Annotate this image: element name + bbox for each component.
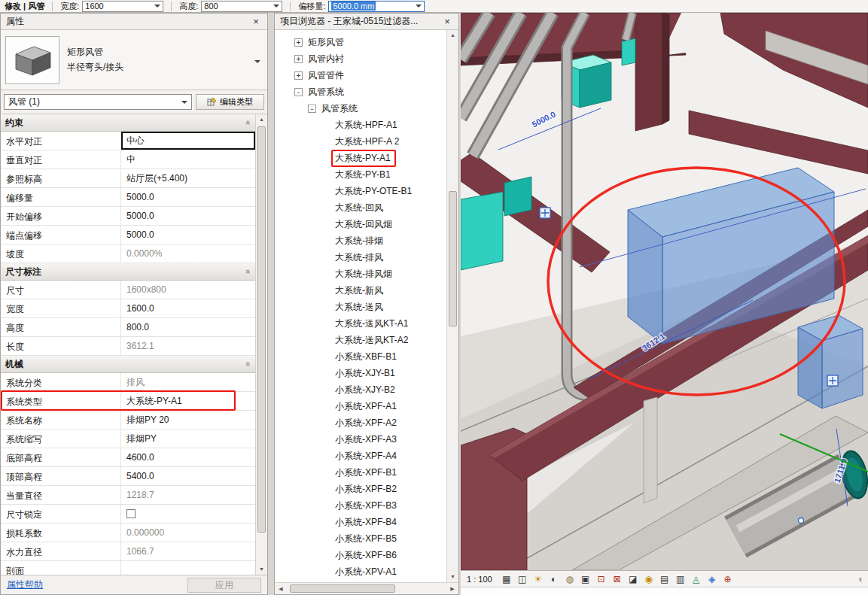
tree-item-label[interactable]: 小系统-XPF-B1 bbox=[333, 466, 398, 480]
expand-icon[interactable]: + bbox=[294, 71, 303, 80]
property-value[interactable]: 4600.0 bbox=[121, 448, 255, 466]
tree-item-label[interactable]: 小系统-XPF-A1 bbox=[333, 399, 398, 414]
tree-item[interactable]: +风管内衬 bbox=[275, 50, 446, 67]
section-header[interactable]: 约束« bbox=[1, 114, 255, 132]
tree-item[interactable]: 小系统-XPF-A2 bbox=[275, 414, 446, 431]
tree-item[interactable]: 大系统-HPF-A 2 bbox=[275, 133, 446, 150]
tree-item[interactable]: 大系统-PY-B1 bbox=[275, 166, 446, 183]
tree-item-label[interactable]: 大系统-回风烟 bbox=[333, 217, 394, 232]
tree-item[interactable]: 小系统-XPF-B6 bbox=[275, 547, 446, 563]
scroll-right-icon[interactable]: ▶ bbox=[446, 586, 458, 592]
tree-item-label[interactable]: 大系统-送风KT-A2 bbox=[333, 333, 410, 348]
scroll-down-icon[interactable]: ▼ bbox=[259, 564, 264, 575]
tree-item[interactable]: 大系统-送风 bbox=[275, 299, 446, 315]
tree-item[interactable]: 小系统-XPF-B5 bbox=[275, 530, 446, 547]
tree-item-label[interactable]: 大系统-PY-OTE-B1 bbox=[333, 184, 413, 199]
width-input[interactable]: 1600 bbox=[82, 1, 163, 12]
tree-item[interactable]: 大系统-回风 bbox=[275, 199, 446, 216]
tree-item[interactable]: 大系统-送风KT-A1 bbox=[275, 315, 446, 332]
tree-item[interactable]: +矩形风管 bbox=[275, 34, 446, 50]
property-value[interactable]: 5000.0 bbox=[121, 207, 255, 225]
tree-item[interactable]: 大系统-回风烟 bbox=[275, 216, 446, 232]
height-input[interactable]: 800 bbox=[201, 1, 282, 12]
property-value[interactable]: 1218.7 bbox=[121, 486, 255, 504]
tree-item-label[interactable]: 小系统-XPV-A1 bbox=[333, 565, 398, 579]
scrollbar-thumb[interactable] bbox=[290, 584, 395, 593]
tree-item-label[interactable]: 小系统-XPF-B4 bbox=[333, 515, 398, 530]
tree-item[interactable]: 小系统-XPF-A1 bbox=[275, 398, 446, 414]
tree-item-label[interactable]: 小系统-XPF-A3 bbox=[333, 433, 398, 447]
scrollbar-track[interactable] bbox=[287, 583, 446, 594]
crop-region-icon[interactable]: ⊡ bbox=[595, 572, 608, 586]
tree-item[interactable]: 大系统-排烟 bbox=[275, 232, 446, 249]
tree-item[interactable]: 大系统-PY-A1 bbox=[275, 150, 446, 166]
scroll-up-icon[interactable]: ▲ bbox=[259, 114, 264, 125]
property-value[interactable]: 排烟PY 20 bbox=[121, 411, 255, 429]
property-value[interactable] bbox=[121, 561, 255, 575]
tree-item-label[interactable]: 大系统-送风KT-A1 bbox=[333, 317, 410, 331]
tree-item-label[interactable]: 大系统-排风烟 bbox=[333, 267, 394, 281]
tree-item[interactable]: 大系统-排风 bbox=[275, 249, 446, 266]
reveal-constraints-icon[interactable]: ⊕ bbox=[721, 572, 735, 586]
move-grip-icon[interactable] bbox=[827, 375, 838, 386]
reveal-hidden-elements-icon[interactable]: ◉ bbox=[642, 572, 656, 586]
property-value[interactable]: 中心 bbox=[121, 132, 255, 150]
properties-scrollbar[interactable]: ▲ ▼ bbox=[255, 114, 267, 575]
tree-item-label[interactable]: 大系统-送风 bbox=[333, 300, 385, 314]
properties-help-link[interactable]: 属性帮助 bbox=[7, 578, 43, 591]
tree-item[interactable]: 大系统-送风KT-A2 bbox=[275, 332, 446, 348]
analytical-model-icon[interactable]: ◬ bbox=[690, 572, 703, 586]
tree-item[interactable]: 小系统-XPF-B4 bbox=[275, 514, 446, 530]
scrollbar-track[interactable] bbox=[447, 41, 458, 572]
tree-item-label[interactable]: 大系统-HPF-A1 bbox=[333, 118, 399, 132]
tree-item[interactable]: 小系统-XJY-B1 bbox=[275, 365, 446, 381]
section-collapse-icon[interactable]: « bbox=[244, 362, 253, 366]
scrollbar-thumb[interactable] bbox=[449, 191, 457, 326]
type-selector[interactable]: 矩形风管 半径弯头/接头 bbox=[1, 30, 267, 90]
worksharing-display-icon[interactable]: ▤ bbox=[658, 572, 672, 586]
section-collapse-icon[interactable]: « bbox=[244, 269, 253, 274]
detail-level-icon[interactable]: ▦ bbox=[500, 572, 513, 586]
property-value[interactable]: 排风 bbox=[121, 373, 255, 391]
section-collapse-icon[interactable]: « bbox=[244, 120, 253, 125]
tree-item-label[interactable]: 风管系统 bbox=[320, 102, 359, 116]
chevron-down-icon[interactable] bbox=[416, 5, 422, 11]
collapse-chevron-icon[interactable]: ‹ bbox=[859, 574, 864, 584]
property-value[interactable]: 站厅层(+5.400) bbox=[121, 169, 255, 187]
tree-item-label[interactable]: 风管系统 bbox=[306, 85, 346, 99]
collapse-icon[interactable]: - bbox=[294, 88, 303, 96]
tree-item[interactable]: 小系统-XPF-A4 bbox=[275, 448, 446, 464]
tree-item-label[interactable]: 大系统-HPF-A 2 bbox=[333, 135, 400, 149]
tree-item[interactable]: 大系统-新风 bbox=[275, 282, 446, 299]
tree-item-label[interactable]: 小系统-XPF-B6 bbox=[333, 548, 398, 563]
crop-view-icon[interactable]: ▣ bbox=[579, 572, 592, 586]
edit-type-button[interactable]: 编辑类型 bbox=[196, 94, 264, 110]
section-header[interactable]: 尺寸标注« bbox=[1, 263, 255, 281]
visual-style-icon[interactable]: ◫ bbox=[516, 572, 529, 586]
tree-item-label[interactable]: 小系统-XJY-B1 bbox=[333, 366, 397, 381]
tree-item-label[interactable]: 大系统-PY-A1 bbox=[333, 151, 392, 165]
modify-context-label[interactable]: 修改 | 风管 bbox=[5, 1, 44, 12]
property-value[interactable] bbox=[121, 505, 255, 523]
tree-item[interactable]: 小系统-XPF-B2 bbox=[275, 481, 446, 497]
tree-item[interactable]: 小系统-XPF-B1 bbox=[275, 464, 446, 481]
tree-item[interactable]: 小系统-XPF-A3 bbox=[275, 431, 446, 448]
temporary-hide-isolate-icon[interactable]: ◪ bbox=[626, 572, 640, 586]
property-value[interactable]: 1066.7 bbox=[121, 542, 255, 560]
close-icon[interactable]: × bbox=[441, 16, 453, 27]
property-value[interactable]: 5400.0 bbox=[121, 467, 255, 485]
tree-item-label[interactable]: 小系统-XJY-B2 bbox=[333, 383, 397, 397]
property-value[interactable]: 0.0000% bbox=[121, 244, 255, 263]
tree-item-label[interactable]: 大系统-新风 bbox=[333, 284, 385, 298]
property-value[interactable]: 5000.0 bbox=[121, 188, 255, 206]
scroll-down-icon[interactable]: ▼ bbox=[450, 572, 455, 582]
section-header[interactable]: 机械« bbox=[1, 356, 255, 373]
close-icon[interactable]: × bbox=[250, 16, 262, 27]
tree-item[interactable]: 大系统-HPF-A1 bbox=[275, 117, 446, 133]
scale-button[interactable]: 1 : 100 bbox=[464, 575, 498, 584]
scrollbar-thumb[interactable] bbox=[257, 126, 266, 533]
expand-icon[interactable]: + bbox=[294, 38, 303, 47]
tree-item-label[interactable]: 大系统-排风 bbox=[333, 250, 385, 265]
3d-view[interactable]: 5000.0 3612.1 1711.9 bbox=[461, 13, 868, 570]
property-value[interactable]: 3612.1 bbox=[121, 337, 255, 355]
